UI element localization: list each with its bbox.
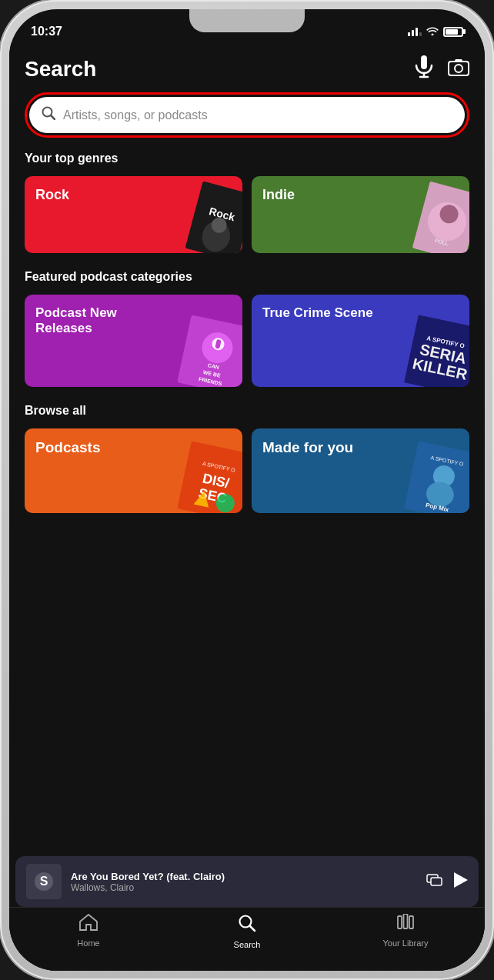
svg-rect-43 (431, 878, 442, 885)
genre-rock-label: Rock (35, 187, 69, 204)
svg-line-7 (51, 115, 55, 119)
mini-player-controls (426, 872, 468, 892)
svg-text:S: S (40, 875, 48, 888)
library-icon (396, 914, 415, 935)
phone-frame: 10:37 (0, 0, 494, 980)
mini-player-thumbnail: S (26, 864, 62, 899)
svg-point-4 (455, 65, 462, 72)
svg-rect-3 (449, 62, 469, 75)
made-for-you-label: Made for you (262, 439, 353, 457)
page-title: Search (25, 57, 96, 82)
nav-library[interactable]: Your Library (326, 914, 485, 949)
genres-grid: Rock Rock (25, 176, 469, 253)
nav-home-label: Home (77, 938, 99, 948)
podcast-card-new-releases[interactable]: Podcast New Releases CAN WE BE FRIENDS (25, 295, 242, 387)
search-bar[interactable]: Artists, songs, or podcasts (29, 97, 465, 133)
device-connect-button[interactable] (426, 872, 443, 892)
svg-rect-46 (398, 916, 402, 928)
home-icon (79, 914, 98, 935)
nav-library-label: Your Library (383, 938, 429, 948)
search-placeholder: Artists, songs, or podcasts (63, 108, 208, 122)
genre-card-rock[interactable]: Rock Rock (25, 176, 242, 253)
svg-rect-47 (404, 914, 408, 928)
browse-all-label: Browse all (25, 404, 469, 418)
search-icon (42, 106, 55, 124)
camera-button[interactable] (448, 58, 469, 81)
browse-card-made-for-you[interactable]: Made for you A SPOTIFY O Pop Mix (252, 428, 469, 513)
featured-podcasts-label: Featured podcast categories (25, 270, 469, 284)
mini-player-artist: Wallows, Clairo (71, 882, 417, 893)
search-bar-wrapper[interactable]: Artists, songs, or podcasts (25, 92, 469, 138)
screen-content: Search (9, 43, 485, 971)
bottom-nav: Home Search (9, 907, 485, 971)
mini-player-title: Are You Bored Yet? (feat. Clairo) (71, 871, 417, 882)
search-nav-icon (238, 914, 256, 937)
browse-card-podcasts[interactable]: Podcasts A SPOTIFY O DIS/ SEC (25, 428, 242, 513)
svg-rect-5 (455, 59, 462, 62)
nav-home[interactable]: Home (9, 914, 168, 949)
notch (189, 9, 305, 32)
top-genres-label: Your top genres (25, 152, 469, 165)
podcast-new-releases-label: Podcast New Releases (35, 305, 155, 337)
podcast-grid: Podcast New Releases CAN WE BE FRIENDS (25, 295, 469, 387)
mini-player[interactable]: S Are You Bored Yet? (feat. Clairo) Wall… (15, 856, 479, 907)
svg-rect-0 (421, 55, 427, 69)
header-icons (414, 55, 469, 83)
podcasts-label: Podcasts (35, 439, 100, 457)
mini-player-info: Are You Bored Yet? (feat. Clairo) Wallow… (71, 871, 417, 893)
genre-indie-label: Indie (262, 187, 295, 204)
svg-line-45 (250, 926, 255, 931)
phone-screen: 10:37 (9, 9, 485, 971)
podcast-card-true-crime[interactable]: True Crime Scene A SPOTIFY O SERIA KILLE… (252, 295, 469, 387)
header: Search (25, 43, 469, 92)
nav-search-label: Search (234, 940, 261, 949)
true-crime-label: True Crime Scene (262, 305, 373, 321)
notch-area (9, 9, 485, 43)
browse-grid: Podcasts A SPOTIFY O DIS/ SEC (25, 428, 469, 513)
mic-button[interactable] (414, 55, 434, 83)
play-button[interactable] (454, 872, 468, 892)
svg-rect-48 (409, 916, 413, 928)
genre-card-indie[interactable]: Indie POLL (252, 176, 469, 253)
nav-search[interactable]: Search (168, 914, 326, 949)
main-scroll: Search (9, 43, 485, 856)
